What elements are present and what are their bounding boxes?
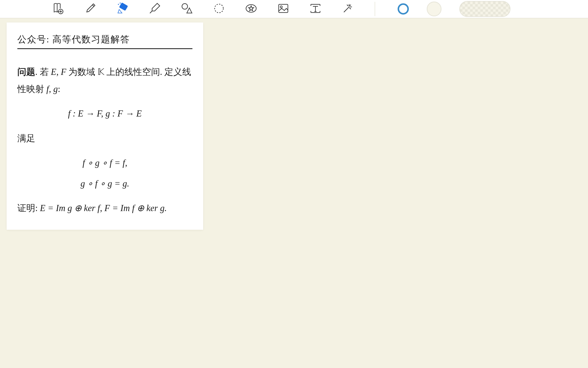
favorites-button[interactable]	[244, 2, 258, 16]
prove-body-E: E = Im g ⊕ ker f,	[38, 203, 105, 213]
svg-point-3	[118, 4, 119, 5]
lasso-button[interactable]	[212, 2, 226, 16]
highlighter-icon	[149, 2, 161, 16]
eraser-button[interactable]	[115, 2, 130, 16]
toolbar-divider	[375, 2, 375, 16]
add-page-icon	[52, 2, 64, 16]
svg-rect-1	[119, 2, 128, 11]
map-display: f : E → F, g : F → E	[17, 105, 192, 122]
prove-line: 证明: E = Im g ⊕ ker f, F = Im f ⊕ ker g.	[17, 200, 192, 217]
intro-field: 𝕂	[97, 67, 104, 77]
pen-icon	[84, 2, 96, 16]
intro-text-1: . 若	[35, 67, 51, 77]
pen-button[interactable]	[83, 2, 97, 16]
card-source-label: 公众号: 高等代数习题解答	[17, 33, 192, 49]
svg-point-5	[215, 4, 223, 13]
shapes-button[interactable]	[180, 2, 194, 16]
prove-body-F: F = Im f ⊕ ker g.	[104, 203, 167, 213]
text-button[interactable]	[308, 2, 323, 16]
eq2: g ∘ f ∘ g = g.	[17, 175, 192, 192]
color-swatch-large-checker[interactable]	[459, 1, 510, 17]
intro-var-EF: E, F	[51, 67, 66, 77]
intro-mid: 为数域	[66, 67, 98, 77]
pointer-button[interactable]	[340, 2, 355, 16]
color-swatch-active[interactable]	[398, 3, 409, 15]
text-icon	[309, 2, 322, 16]
highlighter-button[interactable]	[148, 2, 162, 16]
star-icon	[245, 2, 257, 16]
svg-point-2	[120, 3, 121, 4]
shapes-icon	[181, 2, 193, 16]
intro-maps: f, g	[46, 84, 58, 94]
add-page-button[interactable]	[51, 2, 65, 16]
image-icon	[277, 2, 289, 16]
problem-card: 公众号: 高等代数习题解答 问题. 若 E, F 为数域 𝕂 上的线性空间. 定…	[7, 22, 203, 230]
pointer-icon	[341, 2, 354, 16]
lasso-icon	[213, 2, 225, 16]
problem-prefix: 问题	[17, 67, 35, 77]
top-toolbar	[0, 0, 588, 18]
image-button[interactable]	[276, 2, 290, 16]
conditions-display: f ∘ g ∘ f = f, g ∘ f ∘ g = g.	[17, 155, 192, 192]
eraser-icon	[116, 2, 129, 16]
prove-prefix: 证明:	[17, 203, 38, 213]
intro-colon: :	[58, 84, 60, 94]
problem-body: 问题. 若 E, F 为数域 𝕂 上的线性空间. 定义线性映射 f, g: f …	[17, 63, 192, 217]
satisfies-label: 满足	[17, 130, 192, 147]
svg-point-8	[280, 6, 282, 8]
color-swatch-empty[interactable]	[427, 2, 442, 16]
svg-point-4	[182, 4, 188, 9]
color-swatches	[398, 1, 510, 17]
eq1: f ∘ g ∘ f = f,	[17, 155, 192, 172]
map-display-eq: f : E → F, g : F → E	[17, 105, 192, 122]
